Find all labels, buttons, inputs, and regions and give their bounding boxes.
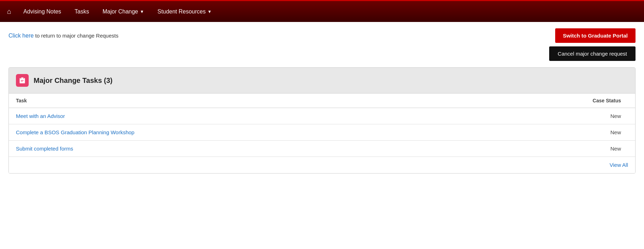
task-link-1[interactable]: Complete a BSOS Graduation Planning Work…: [16, 129, 134, 135]
svg-rect-2: [21, 81, 23, 81]
switch-graduate-portal-button[interactable]: Switch to Graduate Portal: [555, 28, 636, 43]
return-link-container: Click here to return to major change Req…: [8, 33, 119, 39]
task-status-2: New: [465, 141, 635, 157]
nav-item-advising-notes[interactable]: Advising Notes: [18, 6, 66, 18]
task-status-1: New: [465, 124, 635, 141]
task-link-2[interactable]: Submit completed forms: [16, 146, 73, 152]
column-header-status: Case Status: [465, 94, 635, 108]
table-header-row: Task Case Status: [9, 94, 635, 108]
nav-item-student-resources[interactable]: Student Resources ▼: [153, 6, 217, 18]
task-status-0: New: [465, 108, 635, 124]
view-all-row: View All: [9, 157, 635, 173]
navbar: ⌂ Advising Notes Tasks Major Change ▼ St…: [0, 0, 644, 22]
cancel-row: Cancel major change request: [0, 46, 644, 67]
svg-rect-0: [21, 78, 24, 79]
nav-label-tasks: Tasks: [75, 9, 89, 15]
view-all-link[interactable]: View All: [610, 162, 628, 168]
table-row: Complete a BSOS Graduation Planning Work…: [9, 124, 635, 141]
table-row: Meet with an AdvisorNew: [9, 108, 635, 124]
task-card: Major Change Tasks (3) Task Case Status …: [8, 67, 636, 174]
main-content: Major Change Tasks (3) Task Case Status …: [0, 67, 644, 182]
task-card-title: Major Change Tasks (3): [34, 77, 113, 85]
click-here-link[interactable]: Click here: [8, 33, 35, 39]
column-header-task: Task: [9, 94, 465, 108]
subheader: Click here to return to major change Req…: [0, 22, 644, 46]
task-table: Task Case Status Meet with an AdvisorNew…: [9, 93, 635, 157]
task-link-0[interactable]: Meet with an Advisor: [16, 113, 65, 119]
nav-item-major-change[interactable]: Major Change ▼: [98, 6, 149, 18]
nav-label-advising-notes: Advising Notes: [23, 9, 61, 15]
cancel-major-change-button[interactable]: Cancel major change request: [549, 46, 636, 61]
nav-label-student-resources: Student Resources: [157, 9, 206, 15]
nav-item-tasks[interactable]: Tasks: [70, 6, 94, 18]
student-resources-chevron-icon: ▼: [207, 9, 212, 14]
task-card-icon: [16, 74, 29, 87]
task-card-header: Major Change Tasks (3): [9, 68, 635, 93]
home-icon[interactable]: ⌂: [7, 7, 11, 16]
svg-rect-1: [21, 80, 24, 80]
table-row: Submit completed formsNew: [9, 141, 635, 157]
major-change-chevron-icon: ▼: [140, 9, 144, 14]
nav-label-major-change: Major Change: [103, 9, 138, 15]
return-text: to return to major change Requests: [35, 33, 119, 39]
